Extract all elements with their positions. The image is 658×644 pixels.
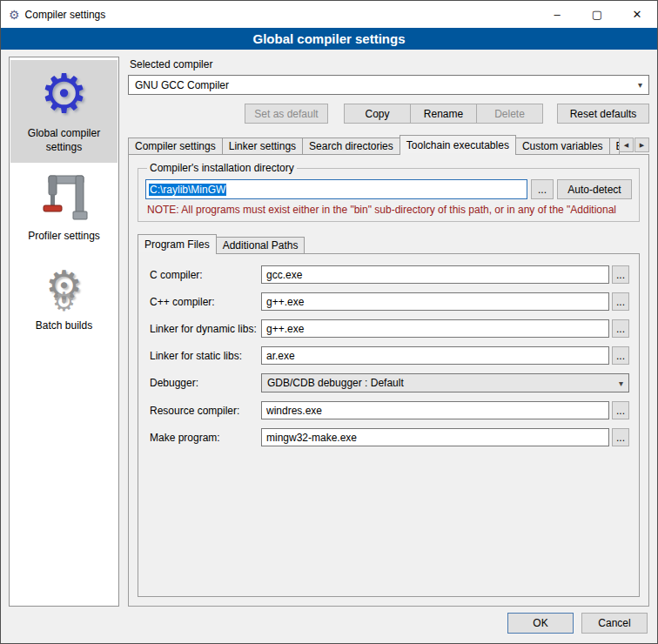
compiler-settings-dialog: ⚙ Compiler settings – ▢ ✕ Global compile… (0, 0, 658, 644)
static-linker-browse-button[interactable]: ... (612, 346, 629, 365)
sidebar-item-label: Batch builds (36, 319, 92, 333)
installation-directory-legend: Compiler's installation directory (147, 162, 297, 174)
dialog-content: ⚙ Global compiler settings Profiler sett… (1, 50, 657, 610)
gear-glyph: ⚙ (40, 65, 89, 123)
sidebar-item-global-compiler-settings[interactable]: ⚙ Global compiler settings (10, 60, 118, 163)
window-controls: – ▢ ✕ (537, 1, 657, 28)
dynamic-linker-row: Linker for dynamic libs: ... (150, 319, 629, 338)
close-button[interactable]: ✕ (617, 1, 657, 28)
cancel-button[interactable]: Cancel (581, 613, 648, 634)
cpp-compiler-browse-button[interactable]: ... (612, 292, 629, 311)
minimize-button[interactable]: – (537, 1, 577, 28)
set-as-default-button[interactable]: Set as default (245, 104, 328, 124)
programs-tabbar: Program Files Additional Paths (138, 234, 640, 253)
resource-compiler-input[interactable] (261, 401, 609, 419)
tab-program-files[interactable]: Program Files (138, 234, 217, 253)
tab-scroll-right-icon[interactable]: ▶ (634, 138, 649, 152)
compiler-actions: Set as default Copy Rename Delete Reset … (128, 104, 649, 124)
debugger-value: GDB/CDB debugger : Default (267, 377, 404, 389)
sidebar-item-profiler-settings[interactable]: Profiler settings (10, 163, 118, 252)
browse-directory-button[interactable]: ... (531, 179, 554, 199)
static-linker-label: Linker for static libs: (150, 350, 261, 362)
c-compiler-browse-button[interactable]: ... (612, 265, 629, 284)
minimize-icon: – (554, 8, 560, 21)
tab-toolchain-executables[interactable]: Toolchain executables (400, 135, 516, 154)
c-compiler-label: C compiler: (150, 269, 261, 281)
sidebar-item-label: Profiler settings (28, 230, 100, 244)
bin-subdirectory-note: NOTE: All programs must exist either in … (147, 204, 630, 216)
sidebar-item-label: Global compiler settings (12, 127, 116, 154)
chevron-down-icon: ▾ (619, 379, 623, 388)
tab-compiler-settings[interactable]: Compiler settings (128, 138, 223, 154)
rename-button[interactable]: Rename (410, 104, 477, 124)
installation-directory-input[interactable]: C:\raylib\MinGW (145, 179, 527, 199)
page-title: Global compiler settings (1, 28, 657, 50)
close-icon: ✕ (633, 8, 642, 21)
tab-custom-variables[interactable]: Custom variables (515, 138, 610, 154)
tab-linker-settings[interactable]: Linker settings (222, 138, 303, 154)
titlebar: ⚙ Compiler settings – ▢ ✕ (1, 1, 657, 28)
tab-scrollers: ◀ ▶ (619, 138, 649, 154)
maximize-icon: ▢ (592, 8, 602, 21)
debugger-row: Debugger: GDB/CDB debugger : Default ▾ (150, 373, 629, 392)
make-program-label: Make program: (150, 432, 261, 444)
selected-compiler-label: Selected compiler (130, 58, 649, 70)
make-program-browse-button[interactable]: ... (612, 428, 629, 446)
dynamic-linker-input[interactable] (261, 319, 609, 338)
toolchain-panel: Compiler's installation directory C:\ray… (128, 154, 649, 607)
cpp-compiler-input[interactable] (261, 292, 609, 311)
tab-additional-paths[interactable]: Additional Paths (216, 237, 306, 253)
cpp-compiler-label: C++ compiler: (150, 296, 261, 308)
program-files-panel: C compiler: ... C++ compiler: ... Linker… (138, 253, 640, 597)
static-linker-input[interactable] (261, 346, 609, 365)
resource-compiler-row: Resource compiler: ... (150, 401, 629, 419)
settings-sidebar: ⚙ Global compiler settings Profiler sett… (9, 57, 119, 607)
resource-compiler-label: Resource compiler: (150, 405, 261, 417)
debugger-dropdown[interactable]: GDB/CDB debugger : Default ▾ (261, 373, 629, 392)
c-compiler-row: C compiler: ... (150, 265, 629, 284)
make-program-row: Make program: ... (150, 428, 629, 446)
dialog-footer: OK Cancel (1, 610, 657, 643)
window-title: Compiler settings (25, 9, 106, 21)
make-program-input[interactable] (261, 428, 609, 446)
gray-gears-icon: ⚙ ⚙ (45, 258, 83, 315)
dynamic-linker-browse-button[interactable]: ... (612, 319, 629, 338)
cpp-compiler-row: C++ compiler: ... (150, 292, 629, 311)
reset-defaults-button[interactable]: Reset defaults (557, 104, 649, 124)
debugger-label: Debugger: (150, 377, 261, 389)
sidebar-item-batch-builds[interactable]: ⚙ ⚙ Batch builds (10, 252, 118, 342)
tab-scroll-left-icon[interactable]: ◀ (619, 138, 634, 152)
delete-button[interactable]: Delete (476, 104, 543, 124)
app-gear-icon: ⚙ (9, 9, 20, 21)
selected-compiler-dropdown[interactable]: GNU GCC Compiler ▾ (128, 75, 649, 95)
chevron-down-icon: ▾ (638, 80, 642, 90)
tab-search-directories[interactable]: Search directories (302, 138, 400, 154)
blue-gear-icon: ⚙ (40, 65, 89, 123)
c-compiler-input[interactable] (261, 265, 609, 284)
maximize-button[interactable]: ▢ (577, 1, 617, 28)
ok-button[interactable]: OK (507, 613, 574, 634)
main-area: Selected compiler GNU GCC Compiler ▾ Set… (128, 57, 649, 607)
resource-compiler-browse-button[interactable]: ... (612, 401, 629, 419)
selected-compiler-value: GNU GCC Compiler (135, 79, 229, 91)
profiler-clamp-icon (41, 168, 88, 225)
dynamic-linker-label: Linker for dynamic libs: (150, 323, 261, 335)
gear-glyph-small: ⚙ (52, 289, 76, 315)
installation-directory-value: C:\raylib\MinGW (149, 184, 226, 196)
auto-detect-button[interactable]: Auto-detect (557, 179, 632, 199)
installation-directory-group: Compiler's installation directory C:\ray… (138, 162, 640, 222)
installation-directory-row: C:\raylib\MinGW ... Auto-detect (145, 179, 632, 199)
copy-button[interactable]: Copy (344, 104, 411, 124)
settings-tabbar: Compiler settings Linker settings Search… (128, 135, 649, 154)
static-linker-row: Linker for static libs: ... (150, 346, 629, 365)
